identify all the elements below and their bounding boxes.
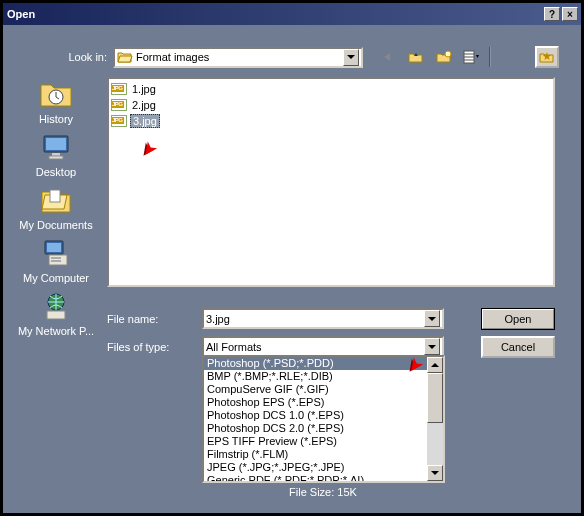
window-title: Open: [7, 8, 544, 20]
up-one-level-icon[interactable]: [405, 47, 427, 67]
file-name: 1.jpg: [130, 83, 158, 95]
place-mydocs[interactable]: My Documents: [15, 183, 97, 231]
place-label: My Network P...: [18, 325, 94, 337]
views-icon[interactable]: [461, 47, 483, 67]
jpg-file-icon: [111, 83, 127, 95]
format-option[interactable]: JPEG (*.JPG;*.JPEG;*.JPE): [204, 461, 427, 474]
file-name: 2.jpg: [130, 99, 158, 111]
nav-toolbar: [377, 47, 491, 67]
place-mynet[interactable]: My Network P...: [15, 289, 97, 337]
scrollbar[interactable]: [427, 357, 443, 481]
places-bar: HistoryDesktopMy DocumentsMy ComputerMy …: [15, 77, 97, 337]
filename-field[interactable]: 3.jpg: [202, 308, 444, 329]
favorites-button[interactable]: ★: [535, 46, 559, 68]
place-desktop[interactable]: Desktop: [15, 130, 97, 178]
open-dialog: Open ? × Look in: Format images: [0, 0, 584, 516]
scroll-thumb[interactable]: [427, 373, 443, 423]
lookin-dropdown-button[interactable]: [343, 49, 359, 66]
titlebar: Open ? ×: [3, 3, 581, 25]
svg-rect-10: [49, 156, 63, 159]
format-listbox[interactable]: Photoshop (*.PSD;*.PDD)BMP (*.BMP;*.RLE;…: [202, 355, 445, 483]
lookin-value: Format images: [136, 51, 343, 63]
filename-dropdown-button[interactable]: [424, 310, 440, 327]
desktop-icon: [39, 130, 73, 164]
mynet-icon: [39, 289, 73, 323]
place-label: History: [39, 113, 73, 125]
file-list[interactable]: 1.jpg2.jpg3.jpg: [107, 77, 555, 287]
place-label: Desktop: [36, 166, 76, 178]
mydocs-icon: [39, 183, 73, 217]
lookin-combo[interactable]: Format images: [113, 47, 363, 68]
back-icon[interactable]: [377, 47, 399, 67]
jpg-file-icon: [111, 115, 127, 127]
cancel-button[interactable]: Cancel: [481, 336, 555, 358]
format-option[interactable]: Photoshop EPS (*.EPS): [204, 396, 427, 409]
filetype-dropdown-button[interactable]: [424, 338, 440, 355]
dialog-body: Look in: Format images ★ HistoryDesktopM…: [3, 25, 581, 513]
format-option[interactable]: BMP (*.BMP;*.RLE;*.DIB): [204, 370, 427, 383]
history-icon: [39, 77, 73, 111]
format-option[interactable]: Generic PDF (*.PDF;*.PDP;*.AI): [204, 474, 427, 481]
lookin-label: Look in:: [57, 51, 113, 63]
toolbar-separator: [489, 47, 491, 67]
format-option[interactable]: Photoshop (*.PSD;*.PDD): [204, 357, 427, 370]
format-option[interactable]: EPS TIFF Preview (*.EPS): [204, 435, 427, 448]
filetype-label: Files of type:: [107, 341, 202, 353]
svg-text:★: ★: [542, 50, 552, 62]
open-button[interactable]: Open: [481, 308, 555, 330]
filename-value: 3.jpg: [206, 313, 424, 325]
format-option[interactable]: Photoshop DCS 2.0 (*.EPS): [204, 422, 427, 435]
file-item[interactable]: 3.jpg: [111, 113, 551, 129]
svg-rect-18: [47, 311, 65, 319]
svg-point-0: [445, 51, 451, 57]
jpg-file-icon: [111, 99, 127, 111]
place-label: My Computer: [23, 272, 89, 284]
filename-row: File name: 3.jpg: [107, 308, 444, 329]
place-history[interactable]: History: [15, 77, 97, 125]
format-option[interactable]: Filmstrip (*.FLM): [204, 448, 427, 461]
svg-rect-15: [51, 257, 61, 259]
lookin-row: Look in: Format images ★: [57, 46, 559, 68]
help-button[interactable]: ?: [544, 7, 560, 21]
title-buttons: ? ×: [544, 7, 578, 21]
filetype-value: All Formats: [206, 341, 424, 353]
svg-rect-8: [46, 138, 66, 150]
close-button[interactable]: ×: [562, 7, 578, 21]
file-item[interactable]: 1.jpg: [111, 81, 551, 97]
place-mycomp[interactable]: My Computer: [15, 236, 97, 284]
folder-open-icon: [117, 49, 133, 65]
filetype-combo[interactable]: All Formats: [202, 336, 444, 357]
file-size-label: File Size: 15K: [202, 486, 444, 498]
format-option[interactable]: CompuServe GIF (*.GIF): [204, 383, 427, 396]
mycomp-icon: [39, 236, 73, 270]
new-folder-icon[interactable]: [433, 47, 455, 67]
format-option[interactable]: Photoshop DCS 1.0 (*.EPS): [204, 409, 427, 422]
scroll-up-button[interactable]: [427, 357, 443, 373]
svg-rect-16: [51, 260, 61, 262]
scroll-down-button[interactable]: [427, 465, 443, 481]
file-name: 3.jpg: [130, 114, 160, 128]
place-label: My Documents: [19, 219, 92, 231]
filetype-row: Files of type: All Formats: [107, 336, 444, 357]
file-item[interactable]: 2.jpg: [111, 97, 551, 113]
svg-rect-13: [47, 243, 61, 252]
filename-label: File name:: [107, 313, 202, 325]
svg-rect-11: [50, 190, 60, 202]
